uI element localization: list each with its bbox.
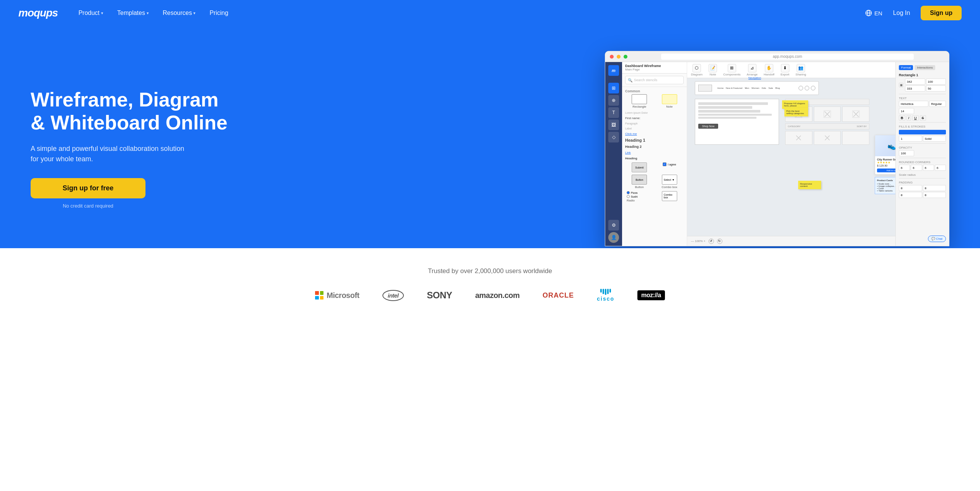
nav-pricing[interactable]: Pricing [204, 7, 234, 20]
sidebar-user-icon[interactable]: 👤 [608, 232, 619, 243]
page-title: Dashboard Wireframe [625, 64, 684, 68]
wf-hero: Shop Now [695, 99, 779, 145]
italic-button[interactable]: I [906, 115, 911, 121]
stroke-controls: 1 Solid [899, 136, 946, 142]
bold-button[interactable]: B [899, 115, 905, 121]
window-minimize-dot [617, 55, 621, 59]
right-panel: Format Interactions Rectangle 1 ⊞ 342 10… [895, 62, 949, 246]
nav-resources[interactable]: Resources ▾ [157, 7, 201, 20]
wf-nav-links: Home New & Featured Men Women Kids Sale … [717, 87, 780, 89]
logo[interactable]: moqups [18, 7, 58, 19]
search-icon: 🔍 [628, 78, 632, 82]
language-selector[interactable]: EN [865, 10, 882, 16]
stencil-search: 🔍 Search stencils [622, 74, 687, 87]
left-panel: Dashboard Wireframe Main Page 🔍 Search s… [622, 62, 687, 246]
nav-right: EN Log In Sign up [865, 6, 962, 20]
wf-logo [698, 85, 712, 92]
sidebar-logo-icon: m [608, 65, 619, 76]
pos-x-input[interactable]: 342 [905, 79, 925, 85]
sticky-note-1: Propose 4-6 slogans here, please [782, 100, 808, 109]
opacity-input[interactable]: 100 [899, 150, 914, 156]
stencil-grid: Rectangle Note [622, 94, 687, 111]
padding-top-input[interactable]: 8 [899, 185, 922, 191]
wf-navbar: Home New & Featured Men Women Kids Sale … [695, 81, 819, 95]
canvas-content: Home New & Featured Men Women Kids Sale … [687, 62, 895, 246]
panel-pos-btn: ⊞ 342 100 333 50 [899, 79, 946, 92]
stencil-button[interactable]: Button Button [625, 175, 654, 189]
stroke-style-select[interactable]: Solid [923, 136, 946, 142]
sticky-note-2: Pick the best selling categories [784, 108, 808, 116]
padding-left-input[interactable]: 8 [923, 192, 946, 198]
corner-tr-input[interactable]: 6 [911, 165, 922, 171]
stencil-select[interactable]: Select ▼ Combo box [655, 175, 684, 189]
chevron-down-icon: ▾ [101, 11, 103, 16]
corner-br-input[interactable]: 6 [935, 165, 946, 171]
pos-y-input[interactable]: 333 [905, 85, 925, 92]
stencil-checkbox[interactable]: ✓I agree [655, 162, 684, 172]
hero-title: Wireframe, Diagram & Whiteboard Online [31, 88, 230, 134]
stencil-radio-items: Pizza Sushi Radio Combo box [622, 191, 687, 205]
window-maximize-dot [624, 55, 627, 59]
tab-interactions[interactable]: Interactions [915, 65, 935, 70]
strikethrough-button[interactable]: S [920, 115, 926, 121]
navbar: moqups Product ▾ Templates ▾ Resources ▾… [0, 0, 980, 26]
stencil-note[interactable]: Note [655, 94, 684, 108]
font-family-input[interactable]: Helvetica [899, 101, 928, 107]
tab-format[interactable]: Format [899, 65, 913, 70]
trust-logo-oracle: ORACLE [542, 291, 574, 300]
sidebar-settings-icon[interactable]: ⚙ [608, 220, 619, 231]
stencil-radio[interactable]: Pizza Sushi Radio [625, 191, 654, 202]
stroke-width-input[interactable]: 1 [899, 136, 922, 142]
hero-no-cc-text: No credit card required [31, 203, 145, 209]
stencil-combobox[interactable]: Combo box [655, 191, 684, 202]
app-sidebar: m ⊞ ⊕ T 🖼 ◇ ⚙ 👤 [605, 62, 622, 246]
wf-cart-icons [799, 86, 815, 90]
trust-logo-intel: intel [382, 290, 404, 301]
corner-tl-input[interactable]: 6 [899, 165, 910, 171]
fill-color-bar[interactable] [899, 130, 946, 134]
sticky-note-3: Responsive content [798, 181, 821, 189]
signup-button[interactable]: Sign up [921, 6, 962, 20]
trust-logos: Microsoft intel SONY amazon.com ORACLE [0, 289, 980, 302]
sidebar-image-icon[interactable]: 🖼 [608, 119, 619, 130]
url-bar: app.moqups.com [661, 54, 914, 60]
sidebar-pages-icon[interactable]: ⊞ [608, 83, 619, 93]
trust-text: Trusted by over 2,000,000 users worldwid… [0, 267, 980, 275]
fills-label: FILLS & STROKES [899, 125, 946, 128]
padding-bottom-input[interactable]: 8 [899, 192, 922, 198]
sidebar-components-icon[interactable]: ⊕ [608, 95, 619, 106]
search-input[interactable]: 🔍 Search stencils [625, 76, 684, 84]
login-button[interactable]: Log In [889, 7, 915, 20]
nav-templates[interactable]: Templates ▾ [112, 7, 154, 20]
stencil-form-items: Submit ✓I agree [622, 162, 687, 175]
nav-product[interactable]: Product ▾ [73, 7, 109, 20]
scale-radius-label: Scale radius [899, 173, 946, 177]
padding-inputs: 8 8 8 8 [899, 185, 946, 198]
underline-button[interactable]: U [912, 115, 919, 121]
canvas-area[interactable]: ⬡ Diagram 📝 Note ⊞ Components ⊿ [687, 62, 895, 246]
hero-subtitle: A simple and powerful visual collaborati… [31, 144, 191, 164]
app-window: app.moqups.com m ⊞ ⊕ T 🖼 ◇ ⚙ 👤 [605, 51, 949, 246]
trust-logo-mozilla: moz://a [637, 290, 665, 300]
sidebar-shapes-icon[interactable]: ◇ [608, 132, 619, 142]
font-style-input[interactable]: Regular [929, 101, 946, 107]
hero-cta-button[interactable]: Sign up for free [31, 178, 145, 198]
padding-label: PADDING [899, 181, 946, 184]
padding-right-input[interactable]: 8 [923, 185, 946, 191]
text-section-label: TEXT [899, 97, 946, 100]
sidebar-text-icon[interactable]: T [608, 107, 619, 118]
stencil-rectangle[interactable]: Rectangle [625, 94, 654, 108]
align-icon[interactable]: ⊞ [899, 83, 903, 87]
chevron-down-icon: ▾ [147, 11, 149, 16]
stencil-text-items: Lorem ipsum Dolor First name: Paragraph … [622, 111, 687, 161]
chat-button[interactable]: 💬 Chat [928, 236, 946, 242]
corner-bl-input[interactable]: 6 [923, 165, 934, 171]
stencil-submit[interactable]: Submit [625, 162, 654, 172]
font-size-input[interactable]: 14 [899, 108, 914, 114]
pos-h-input[interactable]: 50 [926, 85, 946, 92]
app-titlebar: app.moqups.com [605, 51, 949, 62]
panel-element-title: Rectangle 1 [899, 73, 946, 77]
pos-w-input[interactable]: 100 [926, 79, 946, 85]
page-subtitle: Main Page [625, 68, 684, 71]
stencil-form-items-2: Button Button Select ▼ Combo box [622, 175, 687, 191]
